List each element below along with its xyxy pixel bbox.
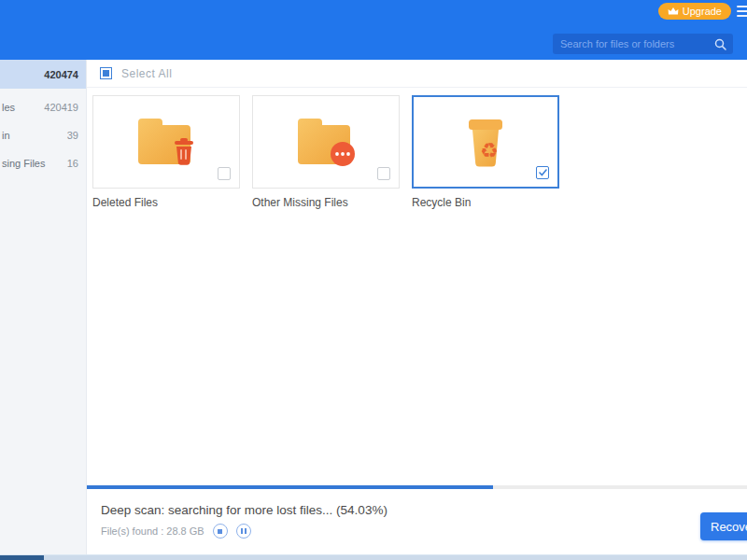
- search-input[interactable]: [553, 38, 714, 49]
- folder-ellipsis-icon: [290, 113, 361, 175]
- data-recovery-app-window: Upgrade 420474 les 420419: [0, 0, 747, 560]
- card-recycle-bin-wrap: ♻ Recycle Bin: [412, 95, 559, 209]
- files-found-row: File(s) found : 28.8 GB: [101, 524, 747, 539]
- card-checkbox-checked[interactable]: [536, 166, 549, 179]
- folder-trash-icon: [131, 113, 202, 175]
- select-all-checkbox[interactable]: [100, 67, 112, 79]
- search-bar[interactable]: [553, 34, 733, 54]
- app-header: Upgrade: [0, 0, 747, 60]
- select-all-row: Select All: [87, 60, 747, 88]
- sidebar-item-all[interactable]: 420474: [0, 60, 86, 89]
- pause-scan-button[interactable]: [236, 524, 251, 539]
- main-content: Select All: [87, 60, 747, 554]
- crown-icon: [668, 7, 679, 16]
- sidebar-item-recycle-bin[interactable]: in 39: [0, 121, 86, 149]
- card-checkbox-unchecked[interactable]: [377, 167, 390, 180]
- card-deleted-files-wrap: Deleted Files: [92, 95, 240, 209]
- search-icon[interactable]: [714, 38, 726, 50]
- stop-scan-button[interactable]: [213, 524, 228, 539]
- sidebar-item-count: 16: [67, 158, 78, 169]
- files-found-text: File(s) found : 28.8 GB: [101, 525, 204, 537]
- card-label: Deleted Files: [92, 196, 240, 209]
- sidebar-item-count: 39: [67, 130, 78, 141]
- sidebar-item-count: 420419: [44, 102, 78, 113]
- hamburger-menu-icon[interactable]: [737, 6, 747, 20]
- card-other-missing-files-wrap: Other Missing Files: [252, 95, 400, 209]
- sidebar-item-other-missing-files[interactable]: sing Files 16: [0, 149, 86, 177]
- scan-info: Deep scan: searching for more lost files…: [87, 489, 747, 554]
- recycle-bin-icon: ♻: [456, 114, 515, 177]
- card-label: Other Missing Files: [252, 196, 400, 209]
- card-other-missing-files[interactable]: [252, 95, 400, 189]
- sidebar-item-label: sing Files: [2, 158, 45, 169]
- upgrade-label: Upgrade: [683, 6, 722, 17]
- upgrade-button[interactable]: Upgrade: [658, 3, 731, 20]
- scan-status-text: Deep scan: searching for more lost files…: [101, 503, 747, 517]
- folder-cards: Deleted Files: [87, 88, 747, 209]
- card-label: Recycle Bin: [412, 196, 559, 209]
- sidebar-file-tree: 420474 les 420419 in 39 sing Files 16: [0, 60, 87, 554]
- select-all-label: Select All: [121, 67, 172, 80]
- svg-text:♻: ♻: [480, 139, 499, 162]
- scan-status-panel: Deep scan: searching for more lost files…: [87, 485, 747, 554]
- card-deleted-files[interactable]: [92, 95, 240, 189]
- bottom-progress-strip-fill: [0, 555, 44, 560]
- card-recycle-bin[interactable]: ♻: [412, 95, 559, 189]
- card-checkbox-unchecked[interactable]: [218, 167, 231, 180]
- bottom-progress-strip: [0, 554, 747, 560]
- app-body: 420474 les 420419 in 39 sing Files 16 Se…: [0, 60, 747, 554]
- sidebar-item-count: 420474: [44, 69, 78, 80]
- sidebar-item-deleted-files[interactable]: les 420419: [0, 93, 86, 121]
- sidebar-item-label: les: [2, 102, 15, 113]
- sidebar-item-label: in: [2, 130, 10, 141]
- recover-button[interactable]: Recover 3: [700, 512, 747, 540]
